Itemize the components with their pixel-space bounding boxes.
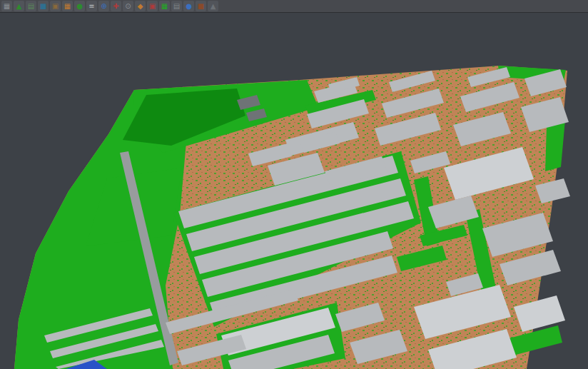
layers-icon[interactable]: ▤ xyxy=(26,1,36,11)
grid-green-icon[interactable]: ▦ xyxy=(159,1,170,11)
target-icon[interactable]: ⊙ xyxy=(123,1,133,11)
select-tool-icon[interactable]: ▦ xyxy=(1,1,12,11)
soil-icon[interactable]: ■ xyxy=(196,1,206,11)
classify-icon[interactable]: ▦ xyxy=(62,1,73,11)
scene-polygon xyxy=(545,120,565,171)
table-icon[interactable]: ▤ xyxy=(171,1,182,11)
sphere-icon[interactable]: ● xyxy=(183,1,194,11)
crop-icon[interactable]: ▣ xyxy=(147,1,158,11)
water-layer-icon[interactable]: ■ xyxy=(38,1,49,11)
ground-layer-icon[interactable]: ▣ xyxy=(50,1,61,11)
globe-icon[interactable]: ⊕ xyxy=(98,1,109,11)
vegetation-icon[interactable]: ● xyxy=(74,1,85,11)
toolbar: ▦▲▤■▣▦●≡⊕✚⊙◆▣▦▤●■▲ xyxy=(0,0,588,13)
terrain-tool-icon[interactable]: ▲ xyxy=(14,1,24,11)
list-icon[interactable]: ≡ xyxy=(86,1,97,11)
marker-icon[interactable]: ◆ xyxy=(135,1,146,11)
3d-viewport[interactable] xyxy=(0,0,588,369)
elevation-icon[interactable]: ▲ xyxy=(208,1,218,11)
add-point-icon[interactable]: ✚ xyxy=(111,1,121,11)
